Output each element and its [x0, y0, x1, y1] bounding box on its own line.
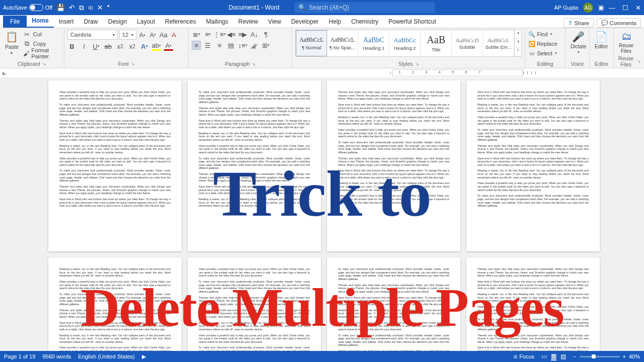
decrease-indent-icon[interactable]: ◀≡ — [226, 30, 235, 39]
show-marks-icon[interactable]: ¶ — [261, 30, 270, 39]
macro-icon[interactable]: ▶ — [142, 353, 146, 360]
style-subtle-em-[interactable]: AaBbCcLSubtle Em... — [483, 30, 514, 56]
dialog-launcher-icon[interactable]: ↘ — [131, 61, 135, 66]
styles-gallery[interactable]: AaBbCcL¶ NormalAaBbCcL¶ No Spac...AaBbCH… — [295, 30, 522, 57]
web-layout-icon[interactable]: ▤ — [560, 353, 566, 360]
italic-icon[interactable]: I — [79, 42, 89, 51]
numbering-icon[interactable]: ≡▾ — [203, 30, 212, 39]
status-language[interactable]: English (United States) — [78, 353, 135, 359]
style--normal[interactable]: AaBbCcL¶ Normal — [296, 30, 327, 56]
undo-icon[interactable]: ↶ — [69, 4, 75, 12]
paste-button[interactable]: 📋 Paste ▾ — [3, 30, 21, 56]
replace-button[interactable]: 🔁Replace — [528, 39, 557, 48]
tab-insert[interactable]: Insert — [54, 16, 79, 28]
shrink-font-icon[interactable]: A▾ — [148, 30, 157, 39]
ruler-corner-icon[interactable]: ◣ — [0, 70, 8, 75]
font-color-icon[interactable]: A▾ — [164, 42, 173, 51]
subscript-icon[interactable]: x2 — [116, 42, 125, 51]
share-button[interactable]: ⇪Share — [564, 18, 593, 28]
comments-button[interactable]: 💬Comments — [597, 18, 641, 28]
tab-powerful-shortcut[interactable]: Powerful Shortcut — [383, 16, 441, 28]
select-button[interactable]: ▭Select▾ — [528, 49, 557, 58]
dictate-button[interactable]: 🎤 Dictate ▾ — [569, 30, 588, 55]
tab-draw[interactable]: Draw — [79, 16, 103, 28]
save-icon[interactable]: 💾 — [56, 4, 65, 12]
multilevel-icon[interactable]: ⋮≡▾ — [215, 30, 224, 39]
zoom-out-icon[interactable]: − — [573, 353, 576, 359]
strikethrough-icon[interactable]: ab — [104, 42, 113, 51]
font-size-select[interactable]: 12▾ — [119, 30, 136, 40]
justify-icon[interactable]: ▤ — [226, 41, 235, 50]
text-effects-icon[interactable]: A▾ — [140, 42, 149, 51]
minimize-icon[interactable]: — — [609, 4, 615, 12]
style-subtitle[interactable]: AaBbCcDSubtitle — [452, 30, 483, 56]
zoom-slider[interactable]: − + 40% — [573, 353, 640, 359]
close-icon[interactable]: ✕ — [97, 4, 103, 12]
bullets-icon[interactable]: ≣▾ — [192, 30, 201, 39]
dialog-launcher-icon[interactable]: ↘ — [637, 59, 641, 64]
zoom-level[interactable]: 40% — [629, 353, 640, 359]
page-thumbnail[interactable]: Video provides a powerful way to help yo… — [48, 80, 182, 251]
dialog-launcher-icon[interactable]: ↘ — [252, 61, 256, 66]
reuse-files-button[interactable]: 🗂 Reuse Files — [617, 30, 635, 55]
style-title[interactable]: AaBTitle — [421, 30, 452, 56]
increase-indent-icon[interactable]: ≡▶ — [238, 30, 247, 39]
bold-icon[interactable]: B — [67, 42, 76, 51]
align-center-icon[interactable]: ☰ — [203, 41, 212, 50]
autosave-toggle[interactable]: AutoSave Off — [3, 4, 52, 11]
tab-design[interactable]: Design — [103, 16, 132, 28]
tab-layout[interactable]: Layout — [132, 16, 160, 28]
tab-home[interactable]: Home — [27, 15, 53, 28]
page-thumbnail[interactable]: Save time in Word with new buttons that … — [466, 80, 600, 251]
sort-icon[interactable]: A↓ — [250, 30, 259, 39]
format-painter-button[interactable]: 🖌Format Painter — [23, 49, 61, 58]
print-layout-icon[interactable]: ▦ — [551, 352, 556, 360]
change-case-icon[interactable]: Aa — [159, 30, 168, 39]
tab-review[interactable]: Review — [233, 16, 263, 28]
tab-mailings[interactable]: Mailings — [201, 16, 233, 28]
tab-developer[interactable]: Developer — [286, 16, 324, 28]
underline-icon[interactable]: U▾ — [92, 42, 101, 51]
style-heading-2[interactable]: AaBbCcHeading 2 — [389, 30, 421, 56]
gallery-up-icon[interactable]: ▴ — [515, 30, 521, 39]
clear-format-icon[interactable]: A̶ — [170, 30, 179, 39]
borders-icon[interactable]: ⊞▾ — [261, 41, 270, 50]
dialog-launcher-icon[interactable]: ↘ — [42, 61, 46, 66]
highlight-icon[interactable]: ab▾ — [152, 42, 161, 51]
maximize-icon[interactable]: ☐ — [622, 4, 628, 12]
shading-icon[interactable]: ◢▾ — [250, 41, 259, 50]
tab-references[interactable]: References — [160, 16, 201, 28]
cut-button[interactable]: ✂Cut — [23, 30, 61, 39]
font-name-select[interactable]: Cambria▾ — [67, 30, 118, 40]
grow-font-icon[interactable]: A▴ — [138, 30, 147, 39]
find-button[interactable]: 🔍Find▾ — [528, 30, 557, 39]
gallery-down-icon[interactable]: ▾ — [515, 39, 521, 48]
status-page[interactable]: Page 1 of 19 — [4, 353, 35, 359]
read-mode-icon[interactable]: ▭ — [541, 353, 547, 360]
tab-file[interactable]: File — [3, 16, 27, 28]
ribbon-display-icon[interactable]: ▣ — [598, 4, 604, 11]
align-right-icon[interactable]: ≡ — [215, 41, 224, 50]
focus-mode-button[interactable]: ⧈Focus — [514, 353, 534, 360]
ruler[interactable]: ◣ 1234567 — [0, 68, 644, 77]
window-close-icon[interactable]: ✕ — [635, 4, 641, 12]
reuse-icon: 🗂 — [621, 31, 631, 42]
superscript-icon[interactable]: x2 — [128, 42, 137, 51]
align-left-icon[interactable]: ≡ — [192, 41, 201, 50]
gallery-more-icon[interactable]: ≡ — [515, 48, 521, 56]
tree-icon[interactable]: ፨ — [88, 4, 93, 12]
tab-view[interactable]: View — [263, 16, 286, 28]
search-input[interactable]: 🔍 Search (Alt+Q) — [294, 2, 435, 13]
style--no-spac-[interactable]: AaBbCcL¶ No Spac... — [327, 30, 358, 56]
style-heading-1[interactable]: AaBbCHeading 1 — [358, 30, 389, 56]
tab-chemistry[interactable]: Chemistry — [346, 16, 383, 28]
user-avatar[interactable]: AG — [583, 3, 593, 13]
line-spacing-icon[interactable]: ↕≡▾ — [238, 41, 247, 50]
status-words[interactable]: 9560 words — [42, 353, 71, 359]
user-name[interactable]: AP Gupta — [554, 5, 579, 11]
tab-help[interactable]: Help — [324, 16, 346, 28]
zoom-in-icon[interactable]: + — [623, 353, 626, 359]
copy-icon[interactable]: ⧉ — [79, 4, 84, 12]
dialog-launcher-icon[interactable]: ↘ — [415, 61, 419, 66]
editor-button[interactable]: 📄 Editor — [593, 30, 610, 50]
